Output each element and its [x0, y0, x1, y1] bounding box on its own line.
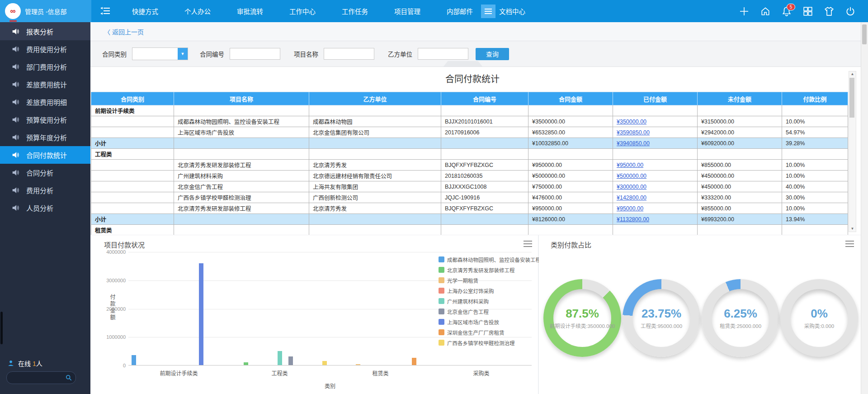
project-name-input[interactable]	[324, 48, 374, 60]
top-bar-brand: ∞ 管理员 -信息部	[0, 0, 91, 22]
paid-amount-link[interactable]: ¥350000.00	[617, 119, 646, 125]
sidebar-item[interactable]: 费用分析	[0, 181, 90, 199]
paid-amount-link[interactable]: ¥3940850.00	[617, 140, 650, 147]
cell-unpaid: ¥450000.00	[698, 181, 782, 192]
scroll-up-icon[interactable]: ▲	[849, 71, 856, 77]
nav-item[interactable]: 快捷方式	[123, 6, 167, 16]
sidebar-item[interactable]: 费用使用分析	[0, 40, 90, 58]
home-icon[interactable]	[760, 6, 770, 16]
bar[interactable]	[278, 351, 282, 365]
nav-item[interactable]: 工作中心	[280, 6, 325, 16]
bar[interactable]	[244, 362, 248, 365]
more-menu-button[interactable]	[481, 5, 495, 18]
bar[interactable]	[412, 358, 416, 365]
nav-item[interactable]: 文档中心	[490, 6, 534, 16]
logout-power-icon[interactable]	[845, 6, 855, 16]
cell-category	[91, 116, 174, 127]
page-scrollbar-thumb[interactable]	[862, 24, 867, 44]
legend-item[interactable]: 广州建筑材料采购	[439, 296, 541, 306]
legend-item[interactable]: 成都森林动物园照明、监控设备安装工程	[439, 254, 541, 265]
cell-unpaid: ¥6092000.00	[698, 138, 782, 149]
legend-item[interactable]: 光学一期租赁	[439, 275, 541, 285]
bar[interactable]	[322, 361, 327, 365]
top-icons: 5	[739, 0, 855, 22]
sidebar-item[interactable]: 合同付款统计	[0, 146, 90, 164]
table-scrollbar[interactable]: ▲ ▼	[849, 71, 856, 232]
paid-amount-link[interactable]: ¥142800.00	[617, 195, 646, 201]
table-scrollbar-thumb[interactable]	[849, 78, 854, 118]
nav-item[interactable]: 审批流转	[228, 6, 272, 16]
paid-amount-link[interactable]: ¥3590850.00	[617, 129, 650, 136]
donut-chart[interactable]: 6.25%租赁类:25000.000	[702, 279, 779, 357]
paid-amount-link[interactable]: ¥95000.00	[617, 205, 643, 212]
cell-party	[309, 225, 441, 235]
cell-party: 上海共友有限集团	[309, 181, 441, 192]
legend-item[interactable]: 上海区域市场广告投放	[439, 317, 541, 327]
cell-unpaid: ¥4500000.00	[698, 171, 782, 181]
scroll-down-icon[interactable]: ▼	[849, 226, 856, 232]
add-icon[interactable]	[739, 6, 749, 16]
legend-item[interactable]: 北京金信广告工程	[439, 306, 541, 317]
cell-unpaid: ¥3150000.00	[698, 116, 782, 127]
sidebar-scrollbar[interactable]	[0, 312, 3, 344]
sidebar-item[interactable]: 预算使用分析	[0, 111, 90, 128]
bar[interactable]	[356, 364, 360, 365]
cell-category	[91, 181, 174, 192]
cell-party: 成都森林动物园	[309, 116, 441, 127]
paid-amount-link[interactable]: ¥300000.00	[617, 184, 646, 190]
legend-item[interactable]: 深圳金信生产厂厂房租赁	[439, 327, 541, 337]
notifications-bell-icon[interactable]: 5	[782, 6, 792, 16]
table-row: 北京清芳秀发研发部装修工程北京清芳秀发BJQFXFYFBZXGC¥950000.…	[91, 160, 848, 171]
apps-grid-icon[interactable]	[803, 6, 813, 16]
legend-item[interactable]: 广西各乡镇学校甲醛检测治理	[439, 337, 541, 348]
donut-chart[interactable]: 23.75%工程类:95000.000	[623, 279, 700, 357]
cell-ratio: 10.00%	[782, 160, 848, 171]
sidebar-item[interactable]: 合同分析	[0, 164, 90, 181]
search-icon[interactable]	[66, 375, 72, 381]
sidebar-item[interactable]: 预算年度分析	[0, 128, 90, 146]
x-axis-title: 类别	[128, 382, 532, 389]
cell-ratio: 10.00%	[782, 116, 848, 127]
bar[interactable]	[132, 355, 136, 365]
donut-chart[interactable]: 87.5%前期设计手续类:350000.000	[543, 279, 621, 357]
sidebar-module-report-analysis[interactable]: 报表分析	[0, 22, 90, 40]
contract-payment-table: 合同类别项目名称乙方单位合同编号合同金额已付金额未付金额付款比例 前期设计手续类…	[91, 92, 848, 235]
nav-item[interactable]: 内部邮件	[438, 6, 482, 16]
sidebar-collapse-icon[interactable]	[100, 6, 110, 15]
notification-badge: 5	[787, 4, 795, 10]
nav-item[interactable]: 工作任务	[333, 6, 377, 16]
bar[interactable]	[288, 356, 293, 365]
theme-shirt-icon[interactable]	[824, 6, 834, 16]
cell-ratio	[782, 225, 848, 235]
sidebar-item[interactable]: 部门费用分析	[0, 58, 90, 76]
query-button[interactable]: 查询	[476, 48, 509, 60]
page-scrollbar[interactable]	[861, 22, 868, 394]
paid-amount-link[interactable]: ¥95000.00	[617, 162, 643, 168]
paid-amount-link[interactable]: ¥500000.00	[617, 173, 646, 179]
nav-item[interactable]: 项目管理	[385, 6, 429, 16]
sidebar-search-input[interactable]	[7, 375, 66, 381]
cell-unpaid: ¥855000.00	[698, 203, 782, 214]
cell-category	[91, 160, 174, 171]
paid-amount-link[interactable]: ¥1132800.00	[617, 216, 649, 223]
legend-swatch	[439, 267, 444, 273]
nav-item[interactable]: 个人办公	[175, 6, 220, 16]
cell-code: 20170916006	[441, 127, 528, 138]
sidebar-item[interactable]: 差旅费用明细	[0, 93, 90, 111]
back-link[interactable]: 〈 返回上一页	[104, 27, 144, 36]
chart-menu-icon[interactable]	[845, 241, 854, 247]
party-b-input[interactable]	[418, 48, 468, 60]
table-row: 广西各乡镇学校甲醛检测治理广西创新检测公司JQJC-190916¥476000.…	[91, 192, 848, 203]
chart-menu-icon[interactable]	[524, 241, 532, 247]
sidebar-item[interactable]: 差旅费用统计	[0, 76, 90, 93]
online-unit: 人	[36, 360, 42, 367]
cell-unpaid	[698, 149, 782, 160]
cell-project: 北京金信广告工程	[174, 181, 309, 192]
sidebar-item[interactable]: 人员分析	[0, 199, 90, 217]
category-select[interactable]: ▼	[132, 47, 188, 60]
legend-item[interactable]: 北京清芳秀发研发部装修工程	[439, 265, 541, 275]
donut-chart[interactable]: 0%采购类:0.000	[780, 279, 858, 357]
contract-code-input[interactable]	[230, 48, 280, 60]
legend-item[interactable]: 上海办公室灯饰采购	[439, 285, 541, 296]
bar[interactable]	[199, 263, 203, 365]
